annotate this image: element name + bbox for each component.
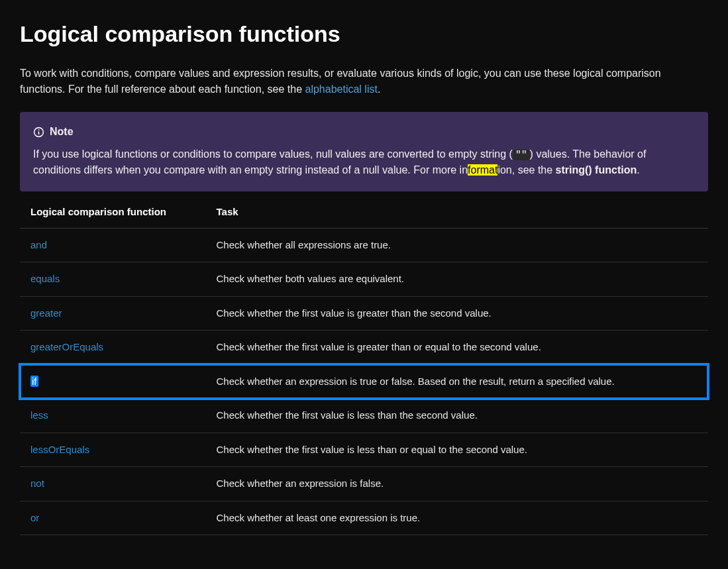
function-link[interactable]: if <box>30 376 38 387</box>
table-cell-function: not <box>20 467 206 501</box>
table-cell-task: Check whether the first value is less th… <box>206 433 708 467</box>
table-cell-function: if <box>20 364 206 399</box>
table-row: andCheck whether all expressions are tru… <box>20 228 708 262</box>
table-cell-function: equals <box>20 262 206 297</box>
table-header-col2: Task <box>206 197 708 228</box>
functions-table: Logical comparison function Task andChec… <box>20 197 708 535</box>
intro-paragraph: To work with conditions, compare values … <box>20 66 708 97</box>
info-icon <box>33 127 44 138</box>
note-label: Note <box>50 124 74 140</box>
table-row: lessOrEqualsCheck whether the first valu… <box>20 433 708 467</box>
table-cell-function: or <box>20 501 206 535</box>
page-title: Logical comparison functions <box>20 17 708 51</box>
table-cell-task: Check whether the first value is less th… <box>206 399 708 433</box>
note-box: Note If you use logical functions or con… <box>20 112 708 191</box>
alphabetical-list-link[interactable]: alphabetical list <box>305 83 377 95</box>
function-link[interactable]: or <box>30 512 39 523</box>
function-link[interactable]: lessOrEquals <box>30 444 89 455</box>
table-cell-task: Check whether all expressions are true. <box>206 228 708 262</box>
table-row: notCheck whether an expression is false. <box>20 467 708 501</box>
function-link[interactable]: and <box>30 239 47 250</box>
page-container: Logical comparison functions To work wit… <box>0 0 728 562</box>
table-cell-function: less <box>20 399 206 433</box>
note-header: Note <box>33 124 695 140</box>
table-row: greaterOrEqualsCheck whether the first v… <box>20 331 708 365</box>
table-cell-function: greaterOrEquals <box>20 331 206 365</box>
note-body: If you use logical functions or conditio… <box>33 146 695 178</box>
note-body-part1: If you use logical functions or conditio… <box>33 148 513 160</box>
table-row: lessCheck whether the first value is les… <box>20 399 708 433</box>
function-link[interactable]: not <box>30 478 44 489</box>
svg-point-2 <box>38 129 40 130</box>
table-cell-task: Check whether at least one expression is… <box>206 501 708 535</box>
table-cell-function: greater <box>20 296 206 331</box>
function-link[interactable]: greaterOrEquals <box>30 341 103 352</box>
string-function-link[interactable]: string() function <box>556 164 637 176</box>
table-cell-task: Check whether an expression is true or f… <box>206 364 708 399</box>
function-link[interactable]: greater <box>30 307 62 319</box>
note-body-part4: . <box>637 164 639 176</box>
table-cell-task: Check whether the first value is greater… <box>206 331 708 365</box>
table-header-row: Logical comparison function Task <box>20 197 708 228</box>
table-row: equalsCheck whether both values are equi… <box>20 262 708 297</box>
table-cell-task: Check whether the first value is greater… <box>206 296 708 331</box>
note-body-code: "" <box>513 150 530 160</box>
table-cell-function: lessOrEquals <box>20 433 206 467</box>
note-body-highlight: format <box>468 164 497 176</box>
table-row: orCheck whether at least one expression … <box>20 501 708 535</box>
table-header-col1: Logical comparison function <box>20 197 206 228</box>
table-cell-task: Check whether an expression is false. <box>206 467 708 501</box>
table-row: greaterCheck whether the first value is … <box>20 296 708 331</box>
function-link[interactable]: equals <box>30 273 60 284</box>
intro-text-after: . <box>378 83 380 95</box>
function-link[interactable]: less <box>30 409 48 421</box>
table-cell-function: and <box>20 228 206 262</box>
table-row: ifCheck whether an expression is true or… <box>20 364 708 399</box>
table-cell-task: Check whether both values are equivalent… <box>206 262 708 297</box>
note-body-part3: ion, see the <box>497 164 555 176</box>
